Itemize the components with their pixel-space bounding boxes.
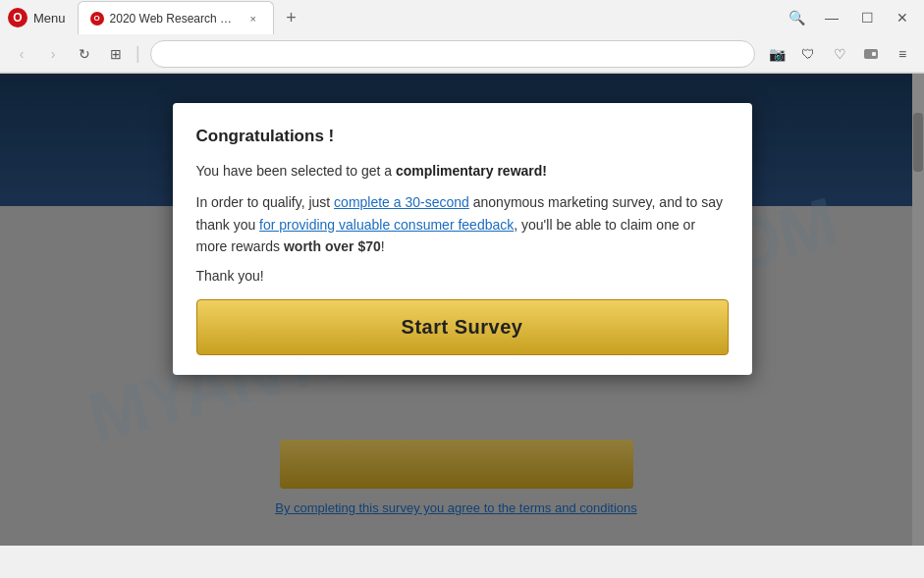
browser-right-icons: 📷 🛡 ♡ ≡ xyxy=(763,40,916,68)
svg-rect-1 xyxy=(872,52,876,56)
refresh-button[interactable]: ↻ xyxy=(71,40,98,68)
address-bar[interactable] xyxy=(150,40,755,68)
back-button[interactable]: ‹ xyxy=(8,40,35,68)
grid-view-button[interactable]: ⊞ xyxy=(102,40,130,68)
title-bar: O Menu O 2020 Web Research S... × + 🔍 — … xyxy=(0,0,924,35)
wallet-icon[interactable] xyxy=(857,40,885,68)
active-tab[interactable]: O 2020 Web Research S... × xyxy=(78,1,274,34)
maximize-button[interactable]: ☐ xyxy=(853,4,881,31)
forward-button[interactable]: › xyxy=(39,40,67,68)
browser-menu-icon[interactable]: ≡ xyxy=(889,40,916,68)
tab-bar: O 2020 Web Research S... × + xyxy=(78,1,305,34)
modal-qualify-pre: In order to qualify, just xyxy=(196,194,335,210)
heart-icon[interactable]: ♡ xyxy=(826,40,853,68)
modal-body-line2: In order to qualify, just complete a 30-… xyxy=(196,191,729,257)
modal-feedback-link[interactable]: for providing valuable consumer feedback xyxy=(259,217,514,233)
tab-title: 2020 Web Research S... xyxy=(110,12,236,26)
modal-title: Congratulations ! xyxy=(196,127,729,146)
menu-label[interactable]: Menu xyxy=(33,11,66,26)
start-survey-button[interactable]: Start Survey xyxy=(196,299,729,355)
modal-text-pre: You have been selected to get a xyxy=(196,163,396,179)
minimize-button[interactable]: — xyxy=(818,4,845,31)
modal-dialog: Congratulations ! You have been selected… xyxy=(173,103,752,375)
nav-bar: ‹ › ↻ ⊞ | 📷 🛡 ♡ ≡ xyxy=(0,35,924,73)
modal-30-second-link[interactable]: complete a 30-second xyxy=(334,194,469,210)
close-window-button[interactable]: ✕ xyxy=(889,4,916,31)
shield-icon[interactable]: 🛡 xyxy=(794,40,822,68)
modal-reward-amount: worth over $70 xyxy=(284,238,381,254)
modal-body-line1: You have been selected to get a complime… xyxy=(196,160,729,182)
browser-chrome: O Menu O 2020 Web Research S... × + 🔍 — … xyxy=(0,0,924,74)
search-icon[interactable]: 🔍 xyxy=(783,4,810,31)
opera-logo: O xyxy=(8,8,27,27)
new-tab-button[interactable]: + xyxy=(278,4,305,31)
tab-close-button[interactable]: × xyxy=(245,11,261,26)
modal-reward-text: complimentary reward! xyxy=(396,163,547,179)
page-content: 2020 Web Research Survey MYANTISPYWARE.C… xyxy=(0,74,924,546)
modal-final-text: ! xyxy=(381,238,385,254)
camera-icon[interactable]: 📷 xyxy=(763,40,790,68)
modal-overlay: Congratulations ! You have been selected… xyxy=(0,74,924,546)
tab-favicon: O xyxy=(90,12,104,26)
modal-thank-you: Thank you! xyxy=(196,268,729,284)
